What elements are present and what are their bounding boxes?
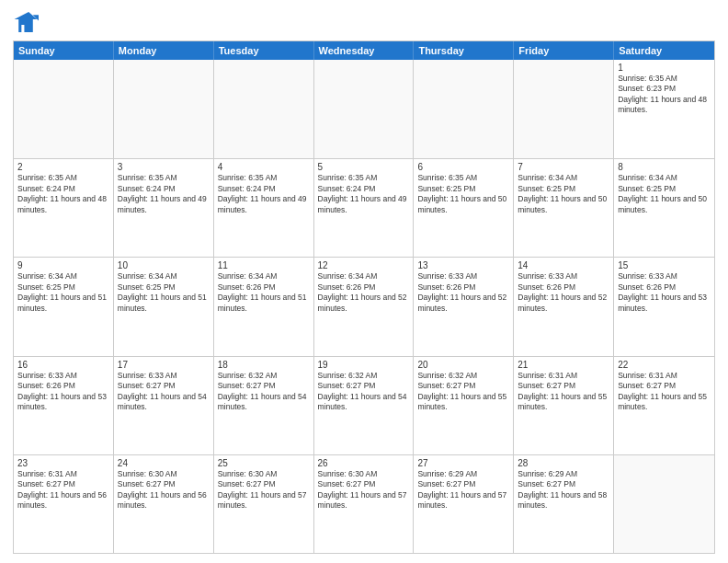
calendar-row-4: 16Sunrise: 6:33 AM Sunset: 6:26 PM Dayli…: [14, 356, 714, 454]
day-info: Sunrise: 6:30 AM Sunset: 6:27 PM Dayligh…: [318, 469, 410, 511]
calendar-cell: 20Sunrise: 6:32 AM Sunset: 6:27 PM Dayli…: [414, 357, 514, 454]
calendar-cell: 24Sunrise: 6:30 AM Sunset: 6:27 PM Dayli…: [114, 455, 214, 553]
day-number: 25: [218, 458, 310, 468]
calendar: SundayMondayTuesdayWednesdayThursdayFrid…: [13, 40, 715, 554]
calendar-cell: 22Sunrise: 6:31 AM Sunset: 6:27 PM Dayli…: [614, 357, 714, 454]
calendar-cell: 2Sunrise: 6:35 AM Sunset: 6:24 PM Daylig…: [14, 159, 114, 257]
weekday-header-friday: Friday: [514, 41, 614, 60]
day-info: Sunrise: 6:35 AM Sunset: 6:23 PM Dayligh…: [618, 74, 711, 116]
calendar-cell: 7Sunrise: 6:34 AM Sunset: 6:25 PM Daylig…: [514, 159, 614, 257]
day-info: Sunrise: 6:31 AM Sunset: 6:27 PM Dayligh…: [518, 371, 609, 413]
day-number: 15: [618, 260, 711, 270]
day-info: Sunrise: 6:30 AM Sunset: 6:27 PM Dayligh…: [118, 469, 210, 511]
weekday-header-wednesday: Wednesday: [314, 41, 415, 60]
day-number: 7: [518, 162, 609, 172]
calendar-cell: [14, 60, 114, 158]
page: SundayMondayTuesdayWednesdayThursdayFrid…: [0, 0, 728, 563]
day-info: Sunrise: 6:33 AM Sunset: 6:26 PM Dayligh…: [17, 371, 109, 413]
calendar-cell: [514, 60, 614, 158]
day-number: 17: [118, 360, 210, 370]
calendar-cell: 19Sunrise: 6:32 AM Sunset: 6:27 PM Dayli…: [314, 357, 415, 454]
day-number: 11: [218, 260, 310, 270]
calendar-row-1: 1Sunrise: 6:35 AM Sunset: 6:23 PM Daylig…: [14, 60, 714, 158]
day-number: 1: [618, 63, 711, 73]
day-number: 20: [417, 360, 509, 370]
day-number: 27: [417, 458, 509, 468]
day-number: 3: [118, 162, 210, 172]
day-number: 18: [218, 360, 310, 370]
day-number: 10: [118, 260, 210, 270]
day-info: Sunrise: 6:34 AM Sunset: 6:26 PM Dayligh…: [218, 271, 310, 314]
day-number: 19: [318, 360, 410, 370]
day-number: 2: [17, 162, 109, 172]
day-number: 23: [17, 458, 109, 468]
calendar-cell: 26Sunrise: 6:30 AM Sunset: 6:27 PM Dayli…: [314, 455, 415, 553]
header: [13, 9, 715, 35]
day-info: Sunrise: 6:33 AM Sunset: 6:27 PM Dayligh…: [118, 371, 210, 413]
calendar-cell: 17Sunrise: 6:33 AM Sunset: 6:27 PM Dayli…: [114, 357, 214, 454]
calendar-row-5: 23Sunrise: 6:31 AM Sunset: 6:27 PM Dayli…: [14, 454, 714, 553]
calendar-cell: [314, 60, 415, 158]
calendar-cell: [614, 455, 714, 553]
day-number: 8: [618, 162, 711, 172]
calendar-cell: 13Sunrise: 6:33 AM Sunset: 6:26 PM Dayli…: [414, 258, 514, 355]
calendar-cell: 28Sunrise: 6:29 AM Sunset: 6:27 PM Dayli…: [514, 455, 614, 553]
day-number: 26: [318, 458, 410, 468]
day-info: Sunrise: 6:34 AM Sunset: 6:25 PM Dayligh…: [618, 173, 711, 215]
calendar-cell: 14Sunrise: 6:33 AM Sunset: 6:26 PM Dayli…: [514, 258, 614, 355]
day-number: 12: [318, 260, 410, 270]
calendar-cell: 23Sunrise: 6:31 AM Sunset: 6:27 PM Dayli…: [14, 455, 114, 553]
calendar-cell: 10Sunrise: 6:34 AM Sunset: 6:25 PM Dayli…: [114, 258, 214, 355]
day-number: 24: [118, 458, 210, 468]
day-info: Sunrise: 6:35 AM Sunset: 6:24 PM Dayligh…: [218, 173, 310, 215]
day-number: 9: [17, 260, 109, 270]
calendar-header: SundayMondayTuesdayWednesdayThursdayFrid…: [14, 41, 714, 60]
calendar-cell: 25Sunrise: 6:30 AM Sunset: 6:27 PM Dayli…: [214, 455, 314, 553]
day-number: 28: [518, 458, 609, 468]
calendar-row-2: 2Sunrise: 6:35 AM Sunset: 6:24 PM Daylig…: [14, 158, 714, 257]
calendar-cell: [414, 60, 514, 158]
calendar-cell: 11Sunrise: 6:34 AM Sunset: 6:26 PM Dayli…: [214, 258, 314, 355]
day-info: Sunrise: 6:32 AM Sunset: 6:27 PM Dayligh…: [318, 371, 410, 413]
day-info: Sunrise: 6:34 AM Sunset: 6:25 PM Dayligh…: [17, 271, 109, 314]
calendar-cell: [114, 60, 214, 158]
day-info: Sunrise: 6:30 AM Sunset: 6:27 PM Dayligh…: [218, 469, 310, 511]
calendar-cell: 15Sunrise: 6:33 AM Sunset: 6:26 PM Dayli…: [614, 258, 714, 355]
day-number: 4: [218, 162, 310, 172]
logo-icon: [13, 9, 39, 35]
day-info: Sunrise: 6:35 AM Sunset: 6:24 PM Dayligh…: [17, 173, 109, 215]
day-info: Sunrise: 6:35 AM Sunset: 6:24 PM Dayligh…: [118, 173, 210, 215]
day-info: Sunrise: 6:33 AM Sunset: 6:26 PM Dayligh…: [618, 271, 711, 314]
calendar-cell: 8Sunrise: 6:34 AM Sunset: 6:25 PM Daylig…: [614, 159, 714, 257]
day-info: Sunrise: 6:32 AM Sunset: 6:27 PM Dayligh…: [417, 371, 509, 413]
day-number: 22: [618, 360, 711, 370]
day-info: Sunrise: 6:32 AM Sunset: 6:27 PM Dayligh…: [218, 371, 310, 413]
day-info: Sunrise: 6:33 AM Sunset: 6:26 PM Dayligh…: [417, 271, 509, 314]
calendar-cell: 5Sunrise: 6:35 AM Sunset: 6:24 PM Daylig…: [314, 159, 415, 257]
calendar-cell: 1Sunrise: 6:35 AM Sunset: 6:23 PM Daylig…: [614, 60, 714, 158]
day-info: Sunrise: 6:31 AM Sunset: 6:27 PM Dayligh…: [618, 371, 711, 413]
day-number: 16: [17, 360, 109, 370]
day-info: Sunrise: 6:31 AM Sunset: 6:27 PM Dayligh…: [17, 469, 109, 511]
calendar-cell: 16Sunrise: 6:33 AM Sunset: 6:26 PM Dayli…: [14, 357, 114, 454]
weekday-header-sunday: Sunday: [14, 41, 114, 60]
calendar-cell: 18Sunrise: 6:32 AM Sunset: 6:27 PM Dayli…: [214, 357, 314, 454]
day-info: Sunrise: 6:35 AM Sunset: 6:24 PM Dayligh…: [318, 173, 410, 215]
day-number: 5: [318, 162, 410, 172]
day-info: Sunrise: 6:34 AM Sunset: 6:26 PM Dayligh…: [318, 271, 410, 314]
weekday-header-thursday: Thursday: [414, 41, 514, 60]
logo: [13, 9, 42, 35]
calendar-cell: 4Sunrise: 6:35 AM Sunset: 6:24 PM Daylig…: [214, 159, 314, 257]
calendar-cell: 27Sunrise: 6:29 AM Sunset: 6:27 PM Dayli…: [414, 455, 514, 553]
day-number: 14: [518, 260, 609, 270]
day-info: Sunrise: 6:29 AM Sunset: 6:27 PM Dayligh…: [417, 469, 509, 511]
calendar-row-3: 9Sunrise: 6:34 AM Sunset: 6:25 PM Daylig…: [14, 257, 714, 355]
calendar-cell: 21Sunrise: 6:31 AM Sunset: 6:27 PM Dayli…: [514, 357, 614, 454]
calendar-cell: 9Sunrise: 6:34 AM Sunset: 6:25 PM Daylig…: [14, 258, 114, 355]
day-info: Sunrise: 6:35 AM Sunset: 6:25 PM Dayligh…: [417, 173, 509, 215]
weekday-header-monday: Monday: [114, 41, 214, 60]
calendar-cell: 12Sunrise: 6:34 AM Sunset: 6:26 PM Dayli…: [314, 258, 415, 355]
calendar-body: 1Sunrise: 6:35 AM Sunset: 6:23 PM Daylig…: [14, 60, 714, 553]
day-info: Sunrise: 6:29 AM Sunset: 6:27 PM Dayligh…: [518, 469, 609, 511]
weekday-header-tuesday: Tuesday: [214, 41, 314, 60]
